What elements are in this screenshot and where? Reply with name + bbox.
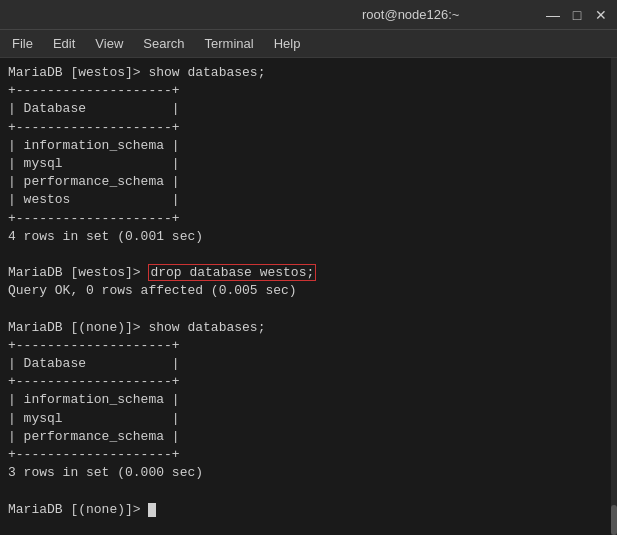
line-16: +--------------------+	[8, 374, 180, 389]
maximize-button[interactable]: □	[569, 7, 585, 23]
line-17: | information_schema |	[8, 392, 180, 407]
line-18: | mysql |	[8, 411, 180, 426]
menu-help[interactable]: Help	[266, 34, 309, 53]
line-19: | performance_schema |	[8, 429, 180, 444]
menu-view[interactable]: View	[87, 34, 131, 53]
line-13: MariaDB [(none)]> show databases;	[8, 320, 265, 335]
cursor	[148, 503, 156, 517]
menu-edit[interactable]: Edit	[45, 34, 83, 53]
scrollbar[interactable]	[611, 58, 617, 535]
line-10: 4 rows in set (0.001 sec)	[8, 229, 203, 244]
line-6: | mysql |	[8, 156, 180, 171]
terminal-output: MariaDB [westos]> show databases; +-----…	[8, 64, 609, 519]
line-3: | Database |	[8, 101, 180, 116]
line-15: | Database |	[8, 356, 180, 371]
line-7: | performance_schema |	[8, 174, 180, 189]
menubar: File Edit View Search Terminal Help	[0, 30, 617, 58]
line-2: +--------------------+	[8, 83, 180, 98]
line-20: +--------------------+	[8, 447, 180, 462]
menu-terminal[interactable]: Terminal	[197, 34, 262, 53]
scrollbar-thumb[interactable]	[611, 505, 617, 535]
titlebar: root@node126:~ — □ ✕	[0, 0, 617, 30]
line-5: | information_schema |	[8, 138, 180, 153]
line-4: +--------------------+	[8, 120, 180, 135]
titlebar-title: root@node126:~	[277, 7, 546, 22]
menu-search[interactable]: Search	[135, 34, 192, 53]
line-21: 3 rows in set (0.000 sec)	[8, 465, 203, 480]
line-12: Query OK, 0 rows affected (0.005 sec)	[8, 283, 297, 298]
terminal[interactable]: MariaDB [westos]> show databases; +-----…	[0, 58, 617, 535]
titlebar-controls: — □ ✕	[545, 7, 609, 23]
line-14: +--------------------+	[8, 338, 180, 353]
line-9: +--------------------+	[8, 211, 180, 226]
close-button[interactable]: ✕	[593, 7, 609, 23]
line-1: MariaDB [westos]> show databases;	[8, 65, 265, 80]
line-11: MariaDB [westos]> drop database westos;	[8, 264, 316, 281]
line-8: | westos |	[8, 192, 180, 207]
minimize-button[interactable]: —	[545, 7, 561, 23]
highlighted-command: drop database westos;	[148, 264, 316, 281]
menu-file[interactable]: File	[4, 34, 41, 53]
line-22: MariaDB [(none)]>	[8, 502, 156, 517]
